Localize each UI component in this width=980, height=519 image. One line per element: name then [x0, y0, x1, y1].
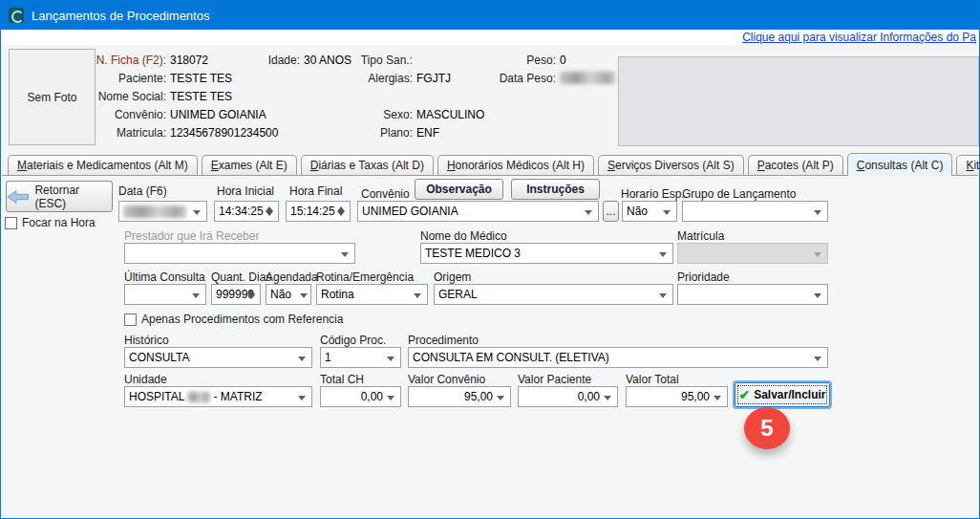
total-ch-combo[interactable]: 0,00	[320, 386, 401, 407]
data-f6-combo[interactable]	[118, 201, 207, 222]
valor-paciente-combo[interactable]: 0,00	[518, 386, 618, 407]
valor-convenio-label: Valor Convênio	[408, 373, 485, 386]
tab-4[interactable]: Serviços Diversos (Alt S)	[598, 155, 744, 175]
matricula-label: Matrícula	[677, 229, 724, 243]
nome-medico-combo[interactable]: TESTE MEDICO 3	[420, 243, 673, 264]
ultima-consulta-combo[interactable]	[124, 284, 206, 305]
focar-na-hora-checkbox[interactable]: Focar na Hora	[5, 216, 96, 229]
idade-label: Idade:	[222, 54, 300, 67]
check-icon: ✔	[738, 387, 750, 402]
spinner-down-icon[interactable]	[247, 294, 255, 299]
quant-dias-spinner[interactable]: 999999	[211, 284, 261, 305]
valor-convenio-value: 95,00	[464, 390, 493, 403]
plano-label: Plano:	[317, 126, 413, 140]
peso-label: Peso:	[479, 54, 556, 67]
tab-strip: Materiais e Medicamentos (Alt M)Exames (…	[2, 152, 978, 176]
observacao-button[interactable]: Observação	[415, 179, 503, 200]
codigo-proc-label: Código Proc.	[320, 334, 386, 347]
tab-2[interactable]: Diárias e Taxas (Alt D)	[301, 155, 434, 175]
tab-0[interactable]: Materiais e Medicamentos (Alt M)	[8, 155, 198, 175]
valor-total-label: Valor Total	[626, 373, 679, 386]
chevron-down-icon	[659, 293, 667, 298]
hora-final-label: Hora Final	[289, 184, 342, 198]
spinner-down-icon[interactable]	[266, 211, 273, 216]
tipo-san-label: Tipo San.:	[317, 54, 413, 67]
chevron-down-icon	[298, 357, 306, 361]
spinner-down-icon[interactable]	[337, 211, 345, 216]
valor-total-combo[interactable]: 95,00	[626, 386, 728, 407]
nome-medico-label: Nome do Médico	[420, 229, 507, 243]
retornar-button[interactable]: Retornar (ESC)	[6, 181, 113, 212]
data-peso-value-redacted	[560, 72, 615, 84]
historico-combo[interactable]: CONSULTA	[124, 347, 312, 368]
convenio-label: Convênio	[361, 187, 410, 201]
salvar-incluir-button[interactable]: ✔ Salvar/Incluir	[735, 382, 830, 407]
chevron-down-icon	[814, 210, 821, 215]
nome-social-value: TESTE TES	[170, 90, 232, 103]
convenio-info-value: UNIMED GOIANIA	[170, 108, 266, 121]
link-strip: Clique aqui para visualizar Informações …	[2, 30, 978, 45]
valor-convenio-combo[interactable]: 95,00	[408, 386, 511, 407]
rotina-emergencia-combo[interactable]: Rotina	[316, 284, 428, 305]
focar-na-hora-label: Focar na Hora	[22, 216, 96, 229]
convenio-combo[interactable]: UNIMED GOIANIA	[357, 201, 599, 222]
historico-value: CONSULTA	[129, 351, 190, 364]
procedimento-combo[interactable]: CONSULTA EM CONSULT. (ELETIVA)	[408, 347, 828, 368]
codigo-proc-combo[interactable]: 1	[320, 347, 401, 368]
rotina-emergencia-value: Rotina	[321, 288, 354, 301]
unidade-combo[interactable]: HOSPITAL - MATRIZ	[124, 386, 312, 407]
prestador-combo[interactable]	[124, 243, 355, 264]
tab-3[interactable]: Honorários Médicos (Alt H)	[437, 155, 594, 175]
paciente-value: TESTE TES	[170, 72, 232, 85]
chevron-down-icon	[585, 210, 592, 215]
chevron-down-icon	[814, 293, 821, 298]
more-options-button[interactable]: ...	[603, 201, 619, 222]
chevron-down-icon	[814, 252, 821, 257]
observacoes-box	[618, 56, 979, 146]
consultas-tab-panel: Retornar (ESC) Focar na Hora Data (F6) H…	[2, 176, 978, 517]
hora-inicial-spinner[interactable]: 14:34:25	[214, 201, 279, 222]
data-f6-value-redacted	[123, 205, 186, 218]
retornar-label: Retornar (ESC)	[34, 184, 112, 210]
lancamentos-window: Lançamentos de Procedimentos Clique aqui…	[0, 0, 980, 519]
instrucoes-button[interactable]: Instruções	[511, 179, 600, 200]
origem-value: GERAL	[438, 288, 478, 301]
horario-esp-combo[interactable]: Não	[622, 201, 677, 222]
n-ficha-label: N. Ficha (F2):	[59, 54, 166, 67]
apenas-referencia-label: Apenas Procedimentos com Referencia	[141, 313, 343, 326]
horario-esp-label: Horario Esp.	[621, 187, 685, 201]
grupo-lancamento-combo[interactable]	[682, 201, 828, 222]
prioridade-combo[interactable]	[677, 284, 828, 305]
arrow-left-icon	[7, 189, 29, 205]
tab-5[interactable]: Pacotes (Alt P)	[748, 155, 843, 175]
nome-medico-value: TESTE MEDICO 3	[425, 247, 521, 260]
title-bar[interactable]: Lançamentos de Procedimentos	[1, 1, 979, 30]
chevron-down-icon	[714, 396, 721, 400]
apenas-referencia-checkbox[interactable]: Apenas Procedimentos com Referencia	[124, 313, 343, 326]
data-f6-label: Data (F6)	[118, 184, 167, 198]
valor-total-value: 95,00	[681, 390, 710, 403]
patient-info-link[interactable]: Clique aqui para visualizar Informações …	[742, 31, 976, 44]
peso-value: 0	[560, 54, 566, 67]
tab-7[interactable]: Kits (Alt K)	[956, 155, 980, 175]
nome-social-label: Nome Social:	[59, 90, 166, 103]
quant-dias-label: Quant. Dias	[211, 270, 271, 284]
total-ch-value: 0,00	[361, 390, 383, 403]
data-peso-label: Data Peso:	[479, 72, 556, 85]
tab-1[interactable]: Exames (Alt E)	[202, 155, 297, 175]
grupo-lancamento-label: Grupo de Lançamento	[682, 187, 796, 201]
tab-6[interactable]: Consultas (Alt C)	[847, 153, 953, 176]
salvar-incluir-label: Salvar/Incluir	[754, 388, 825, 401]
checkbox-box-icon	[124, 314, 137, 326]
checkbox-box-icon	[5, 217, 17, 229]
app-icon	[9, 8, 24, 23]
agendada-value: Não	[270, 288, 291, 301]
agendada-combo[interactable]: Não	[266, 284, 311, 305]
observacao-label: Observação	[426, 183, 492, 196]
unidade-redacted	[187, 392, 210, 402]
origem-combo[interactable]: GERAL	[434, 284, 673, 305]
chevron-down-icon	[604, 396, 611, 400]
hora-final-spinner[interactable]: 15:14:25	[286, 201, 351, 222]
chevron-down-icon	[659, 252, 667, 257]
agendada-label: Agendada	[266, 270, 318, 284]
